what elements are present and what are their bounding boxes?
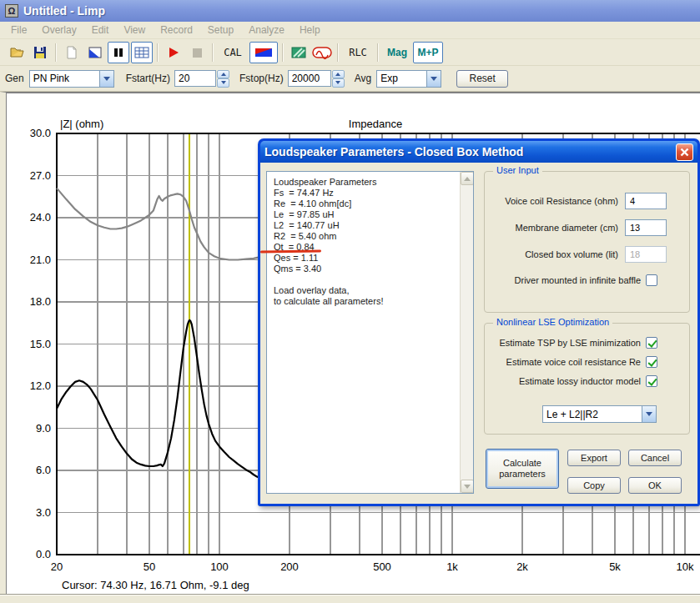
rlc-button[interactable]: RLC	[343, 42, 373, 63]
infinite-baffle-checkbox[interactable]	[646, 274, 657, 286]
field-label: Closed box volume (lit)	[525, 249, 618, 259]
results-line: to calculate all parameters!	[274, 296, 466, 307]
spin-down-icon[interactable]	[217, 78, 229, 88]
estimate-voice-coil-resistance-re-checkbox[interactable]	[646, 356, 657, 368]
toolbar-main: CAL RLC Mag M+P	[0, 39, 700, 66]
results-line	[274, 274, 466, 285]
overlay-button[interactable]	[288, 42, 310, 63]
y-tick-label: 21.0	[16, 254, 51, 266]
field-label: Voice coil Resistance (ohm)	[505, 196, 618, 206]
pause-icon	[112, 46, 125, 59]
save-floppy-icon	[32, 44, 48, 61]
generator-select[interactable]: PN Pink	[29, 70, 114, 88]
window-titlebar[interactable]: Ω Untitled - Limp	[0, 0, 700, 22]
window-title: Untitled - Limp	[23, 4, 105, 18]
cursor-readout: Cursor: 74.30 Hz, 16.71 Ohm, -9.1 deg	[62, 579, 249, 591]
chevron-down-icon[interactable]	[426, 71, 441, 87]
generator-value: PN Pink	[30, 73, 99, 84]
save-button[interactable]	[29, 42, 51, 63]
estimate-tsp-by-lse-minimization-checkbox[interactable]	[646, 337, 657, 349]
sine-oval-icon	[312, 46, 332, 59]
menu-item-setup[interactable]: Setup	[200, 23, 241, 38]
spin-up-icon[interactable]	[332, 70, 345, 79]
fstop-input[interactable]	[288, 70, 331, 87]
table-grid-icon	[134, 46, 149, 59]
app-icon: Ω	[5, 4, 18, 18]
reset-button[interactable]: Reset	[456, 70, 508, 88]
y-tick-label: 0.0	[16, 548, 51, 560]
spin-up-icon[interactable]	[217, 70, 229, 79]
stop-icon	[190, 46, 204, 59]
table-view-button[interactable]	[131, 42, 153, 63]
copy-button[interactable]: Copy	[567, 477, 621, 494]
results-scrollbar[interactable]	[460, 172, 473, 493]
estimate-lossy-inductor-model-checkbox[interactable]	[646, 375, 657, 387]
checkbox-label: Estimate lossy inductor model	[519, 376, 641, 386]
y-tick-label: 30.0	[16, 127, 51, 139]
close-button[interactable]	[676, 143, 693, 161]
magnitude-phase-view-button[interactable]: M+P	[413, 42, 443, 63]
series-phase-overlay	[57, 188, 267, 260]
parameters-results-box[interactable]: Loudspeaker ParametersFs = 74.47 HzRe = …	[266, 171, 474, 494]
cancel-button[interactable]: Cancel	[628, 450, 682, 466]
menu-item-help[interactable]: Help	[292, 23, 328, 38]
y-tick-label: 18.0	[16, 295, 51, 308]
x-tick-label: 2k	[504, 560, 541, 573]
x-tick-label: 50	[131, 560, 168, 573]
avg-select[interactable]: Exp	[376, 70, 441, 88]
avg-value: Exp	[377, 73, 426, 84]
open-file-button[interactable]	[6, 42, 28, 63]
x-tick-label: 10k	[667, 560, 700, 573]
x-tick-label: 20	[38, 560, 75, 573]
open-folder-icon	[8, 44, 25, 61]
color-setup-button[interactable]	[84, 42, 106, 63]
fstart-label: Fstart(Hz)	[126, 73, 170, 84]
chart-title: Impedance	[275, 118, 476, 130]
impedance-view-button[interactable]	[249, 42, 278, 63]
chevron-down-icon[interactable]	[99, 71, 113, 87]
menu-item-analyze[interactable]: Analyze	[241, 23, 292, 38]
fstop-spinner[interactable]	[332, 70, 345, 88]
infinite-baffle-label: Driver mounted in infinite baffle	[515, 275, 641, 285]
chevron-down-icon[interactable]	[642, 406, 656, 422]
user-input-group-title: User Input	[493, 165, 542, 175]
inductor-model-select[interactable]: Le + L2||R2	[542, 405, 657, 423]
toolbar-generator: Gen PN Pink Fstart(Hz) Fstop(Hz) Avg Exp…	[0, 66, 700, 92]
membrane-diameter-cm-field[interactable]	[625, 219, 667, 236]
ok-button[interactable]: OK	[628, 477, 682, 494]
menu-item-view[interactable]: View	[116, 23, 153, 38]
green-diagonal-icon	[290, 46, 307, 59]
results-line: Qms = 3.40	[274, 264, 466, 274]
fstart-spinner[interactable]	[217, 70, 229, 88]
generator-button[interactable]	[311, 42, 333, 63]
checkbox-label: Estimate voice coil resistance Re	[506, 357, 641, 367]
calibrate-button[interactable]: CAL	[218, 42, 248, 63]
dialog-titlebar[interactable]: Loudspeaker Parameters - Closed Box Meth…	[260, 141, 697, 163]
calculate-parameters-label: Calculate parameters	[497, 458, 547, 480]
calculate-parameters-button[interactable]: Calculate parameters	[486, 449, 559, 489]
scroll-down-icon[interactable]	[461, 480, 474, 493]
fstart-input[interactable]	[174, 70, 216, 87]
toolbar-separator	[157, 43, 159, 62]
play-icon	[167, 46, 180, 59]
x-tick-label: 5k	[597, 560, 633, 573]
record-play-button[interactable]	[163, 42, 184, 63]
menu-item-edit[interactable]: Edit	[84, 23, 117, 38]
menu-item-file[interactable]: File	[3, 23, 34, 38]
closed-box-volume-lit-field	[625, 246, 667, 263]
record-stop-button[interactable]	[186, 42, 208, 63]
export-button[interactable]: Export	[567, 450, 621, 466]
y-tick-label: 9.0	[16, 422, 51, 435]
scroll-up-icon[interactable]	[461, 172, 474, 185]
toolbar-separator	[337, 43, 339, 62]
magnitude-view-button[interactable]: Mag	[383, 42, 411, 63]
pause-button[interactable]	[108, 42, 129, 63]
menu-item-overlay[interactable]: Overlay	[34, 23, 83, 38]
loudspeaker-parameters-dialog: Loudspeaker Parameters - Closed Box Meth…	[258, 138, 700, 506]
menu-item-record[interactable]: Record	[153, 23, 200, 38]
red-blue-flag-icon	[254, 47, 273, 58]
voice-coil-resistance-ohm-field[interactable]	[625, 193, 667, 209]
spin-down-icon[interactable]	[332, 78, 345, 88]
new-document-button[interactable]	[61, 42, 83, 63]
avg-label: Avg	[355, 73, 371, 84]
